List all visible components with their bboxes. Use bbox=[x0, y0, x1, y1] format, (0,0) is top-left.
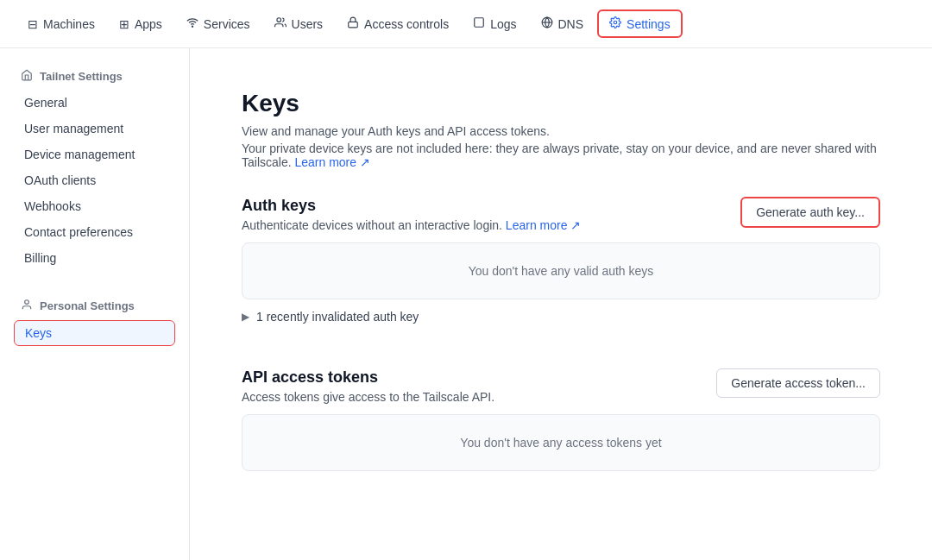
sidebar-divider bbox=[14, 284, 175, 285]
auth-keys-learn-more[interactable]: Learn more ↗ bbox=[506, 218, 581, 232]
nav-apps[interactable]: ⊞ Apps bbox=[109, 12, 173, 36]
machines-icon: ⊟ bbox=[28, 17, 38, 31]
sidebar-item-keys[interactable]: Keys bbox=[14, 320, 175, 346]
svg-rect-3 bbox=[475, 18, 484, 28]
auth-keys-header-left: Auth keys Authenticate devices without a… bbox=[242, 197, 581, 232]
sidebar-item-billing[interactable]: Billing bbox=[14, 246, 175, 270]
api-tokens-header: API access tokens Access tokens give acc… bbox=[242, 368, 880, 404]
auth-keys-title: Auth keys bbox=[242, 197, 581, 215]
invalidated-auth-keys-row[interactable]: ▶ 1 recently invalidated auth key bbox=[242, 299, 880, 334]
sidebar: Tailnet Settings General User management… bbox=[0, 48, 190, 560]
sidebar-item-oauth-clients[interactable]: OAuth clients bbox=[14, 168, 175, 192]
tailnet-section-label: Tailnet Settings bbox=[40, 70, 123, 83]
api-tokens-desc: Access tokens give access to the Tailsca… bbox=[242, 390, 494, 404]
nav-apps-label: Apps bbox=[135, 17, 162, 31]
page-description-1: View and manage your Auth keys and API a… bbox=[242, 124, 880, 138]
learn-more-link-1[interactable]: Learn more ↗ bbox=[294, 155, 369, 169]
person-icon bbox=[21, 299, 33, 313]
nav-logs-label: Logs bbox=[490, 17, 516, 31]
nav-machines-label: Machines bbox=[43, 17, 95, 31]
auth-keys-section: Auth keys Authenticate devices without a… bbox=[242, 197, 880, 334]
api-tokens-empty-text: You don't have any access tokens yet bbox=[460, 436, 661, 450]
personal-settings-section: Personal Settings bbox=[14, 299, 175, 313]
chevron-right-icon: ▶ bbox=[242, 311, 249, 323]
auth-keys-empty-text: You don't have any valid auth keys bbox=[469, 264, 654, 278]
api-tokens-header-left: API access tokens Access tokens give acc… bbox=[242, 368, 494, 404]
svg-point-6 bbox=[614, 21, 617, 24]
services-icon bbox=[186, 16, 198, 31]
auth-keys-empty-box: You don't have any valid auth keys bbox=[242, 242, 880, 299]
apps-icon: ⊞ bbox=[119, 17, 129, 31]
personal-section-label: Personal Settings bbox=[40, 299, 135, 312]
nav-services[interactable]: Services bbox=[176, 11, 261, 36]
nav-machines[interactable]: ⊟ Machines bbox=[17, 12, 105, 36]
nav-access-controls[interactable]: Access controls bbox=[337, 11, 459, 36]
settings-icon bbox=[609, 16, 621, 31]
access-controls-icon bbox=[347, 16, 359, 31]
api-tokens-title: API access tokens bbox=[242, 368, 494, 387]
sidebar-item-general[interactable]: General bbox=[14, 91, 175, 115]
nav-dns-label: DNS bbox=[558, 17, 584, 31]
nav-settings-label: Settings bbox=[627, 17, 671, 31]
logs-icon bbox=[473, 16, 485, 31]
nav-services-label: Services bbox=[204, 17, 250, 31]
page-title: Keys bbox=[242, 90, 880, 117]
auth-keys-desc: Authenticate devices without an interact… bbox=[242, 218, 581, 232]
tailnet-settings-section: Tailnet Settings bbox=[14, 69, 175, 84]
svg-point-0 bbox=[192, 26, 192, 27]
sidebar-item-device-management[interactable]: Device management bbox=[14, 142, 175, 167]
generate-auth-key-button[interactable]: Generate auth key... bbox=[740, 197, 880, 228]
nav-logs[interactable]: Logs bbox=[463, 11, 526, 36]
sidebar-item-contact-preferences[interactable]: Contact preferences bbox=[14, 220, 175, 244]
users-icon bbox=[274, 16, 287, 31]
svg-rect-2 bbox=[349, 22, 358, 27]
auth-keys-header: Auth keys Authenticate devices without a… bbox=[242, 197, 880, 232]
nav-settings[interactable]: Settings bbox=[597, 9, 683, 38]
nav-dns[interactable]: DNS bbox=[531, 11, 595, 36]
api-tokens-section: API access tokens Access tokens give acc… bbox=[242, 368, 880, 471]
nav-users[interactable]: Users bbox=[264, 11, 334, 36]
home-icon bbox=[21, 69, 33, 84]
page-layout: Tailnet Settings General User management… bbox=[0, 48, 932, 560]
nav-users-label: Users bbox=[292, 17, 324, 31]
svg-point-7 bbox=[25, 300, 29, 305]
top-navigation: ⊟ Machines ⊞ Apps Services Users Access … bbox=[0, 0, 932, 48]
sidebar-item-user-management[interactable]: User management bbox=[14, 116, 175, 141]
page-description-2: Your private device keys are not include… bbox=[242, 142, 880, 169]
invalidated-text: 1 recently invalidated auth key bbox=[256, 310, 419, 324]
nav-access-controls-label: Access controls bbox=[364, 17, 449, 31]
api-tokens-empty-box: You don't have any access tokens yet bbox=[242, 414, 880, 471]
generate-access-token-button[interactable]: Generate access token... bbox=[716, 368, 880, 398]
sidebar-item-webhooks[interactable]: Webhooks bbox=[14, 194, 175, 218]
main-content: Keys View and manage your Auth keys and … bbox=[190, 48, 932, 560]
dns-icon bbox=[541, 16, 553, 31]
svg-point-1 bbox=[276, 18, 280, 22]
